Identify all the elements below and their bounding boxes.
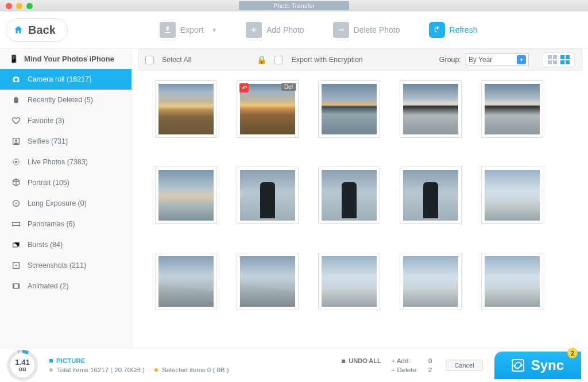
sidebar-item-screenshot[interactable]: Screenshots (211) — [0, 255, 131, 276]
svg-point-1 — [15, 140, 17, 142]
camera-icon — [11, 75, 21, 84]
filter-bar: Select All 🔒 Export with Encryption Grou… — [138, 49, 582, 71]
maximize-icon[interactable] — [26, 3, 33, 9]
photo-thumb[interactable] — [318, 80, 380, 138]
picture-label: PICTURE — [49, 357, 229, 364]
add-value: 0 — [428, 357, 432, 364]
export-icon — [160, 22, 176, 38]
back-button[interactable]: Back — [6, 18, 68, 42]
svg-rect-12 — [18, 284, 19, 288]
undo-icon[interactable]: ↶ — [239, 83, 249, 92]
picture-summary: PICTURE Total items 16217 ( 20.70GB ) Se… — [49, 357, 229, 373]
delete-label: − Delete: — [392, 366, 418, 373]
photo-thumb[interactable] — [400, 80, 462, 138]
close-icon[interactable] — [6, 3, 12, 9]
sync-button[interactable]: 2 Sync — [494, 352, 581, 379]
svg-point-9 — [16, 265, 17, 267]
sidebar-item-label: Favorite (3) — [28, 117, 64, 125]
group-label: Group: — [439, 56, 461, 64]
dot-icon — [154, 368, 158, 372]
exposure-icon — [11, 199, 21, 208]
sidebar-item-cube[interactable]: Portrait (105) — [0, 172, 131, 193]
photo-thumb[interactable] — [155, 253, 217, 310]
cancel-button[interactable]: Cancel — [446, 360, 482, 371]
titlebar: Photo Transfer — [0, 0, 588, 11]
animated-icon — [11, 281, 21, 291]
window-controls — [6, 3, 33, 9]
refresh-button[interactable]: Refresh — [429, 22, 478, 38]
export-button[interactable]: Export ▼ — [160, 22, 217, 38]
sync-icon — [512, 359, 524, 372]
sidebar-item-label: Long Exposure (0) — [28, 199, 87, 207]
photo-thumb[interactable] — [155, 80, 217, 138]
lock-icon: 🔒 — [257, 55, 266, 64]
photo-thumb[interactable] — [318, 167, 380, 224]
group-controls: Group: By Year ▾ — [439, 52, 575, 67]
minimize-icon[interactable] — [16, 3, 22, 9]
svg-point-2 — [15, 161, 17, 163]
picture-counts: Total items 16217 ( 20.70GB ) Selected i… — [49, 366, 229, 373]
sidebar-item-label: Screenshots (211) — [28, 261, 86, 269]
photo-thumb[interactable] — [481, 80, 543, 138]
photo-thumb[interactable]: ↶Del — [237, 80, 299, 138]
group-select[interactable]: By Year ▾ — [466, 53, 529, 66]
window-title: Photo Transfer — [239, 1, 349, 10]
export-encrypt-label: Export with Encryption — [291, 56, 362, 64]
sidebar-item-label: Panoramas (6) — [28, 220, 75, 228]
view-toggle — [543, 52, 575, 67]
burst-icon — [11, 240, 21, 249]
sidebar-item-person[interactable]: Selfies (731) — [0, 131, 131, 152]
select-all-checkbox[interactable] — [145, 56, 154, 64]
photo-thumb[interactable] — [318, 253, 380, 310]
photo-grid: ↶Del — [155, 80, 571, 310]
photo-thumb[interactable] — [481, 253, 543, 310]
group-value: By Year — [469, 56, 492, 64]
sidebar-item-live[interactable]: Live Photos (7383) — [0, 152, 131, 172]
sync-label: Sync — [531, 357, 564, 373]
sidebar-item-animated[interactable]: Animated (2) — [0, 276, 131, 296]
refresh-label: Refresh — [450, 25, 478, 34]
photo-thumb[interactable] — [155, 167, 217, 224]
sidebar-item-burst[interactable]: Bursts (84) — [0, 234, 131, 255]
undo-block: UNDO ALL + Add: 0 − Delete: 2 Cancel — [342, 357, 482, 373]
sidebar-item-heart[interactable]: Favorite (3) — [0, 110, 131, 131]
device-header[interactable]: 📱 Mind Your Photos iPhone — [0, 49, 131, 69]
phone-icon: 📱 — [9, 55, 18, 63]
add-label: + Add: — [392, 357, 418, 364]
undo-all-label[interactable]: UNDO ALL — [342, 357, 381, 364]
del-badge: Del — [281, 83, 296, 91]
photo-thumb[interactable] — [237, 167, 299, 224]
sidebar-item-label: Live Photos (7383) — [28, 158, 88, 166]
photo-thumb[interactable] — [237, 253, 299, 310]
photo-thumb[interactable] — [400, 167, 462, 224]
grid-small-icon[interactable] — [560, 55, 570, 64]
export-label: Export — [180, 25, 203, 34]
photo-thumb[interactable] — [400, 253, 462, 310]
heart-icon — [11, 116, 21, 125]
delete-photo-button[interactable]: Delete Photo — [333, 22, 400, 38]
trash-icon — [11, 95, 21, 105]
sidebar-item-label: Selfies (731) — [28, 137, 68, 145]
sidebar-item-trash[interactable]: Recently Deleted (5) — [0, 90, 131, 110]
sidebar-item-exposure[interactable]: Long Exposure (0) — [0, 193, 131, 214]
export-encrypt-checkbox[interactable] — [274, 56, 283, 64]
grid-large-icon[interactable] — [548, 55, 557, 64]
free-value: 1.41 — [15, 358, 29, 366]
sidebar-item-pano[interactable]: Panoramas (6) — [0, 214, 131, 234]
sync-badge: 2 — [567, 348, 578, 358]
chevron-down-icon: ▼ — [211, 27, 217, 33]
dot-icon — [49, 368, 53, 372]
toolbar-actions: Export ▼ Add Photo Delete Photo Refresh — [160, 22, 478, 38]
totals-text: Total items 16217 ( 20.70GB ) — [57, 366, 145, 373]
chevron-down-icon: ▾ — [517, 55, 526, 64]
add-photo-button[interactable]: Add Photo — [246, 22, 304, 38]
svg-rect-11 — [13, 284, 14, 288]
device-name: Mind Your Photos iPhone — [24, 55, 114, 63]
sidebar-item-camera[interactable]: Camera roll (16217) — [0, 69, 131, 90]
photo-grid-area[interactable]: ↶Del — [138, 75, 588, 348]
delete-photo-icon — [333, 22, 349, 38]
refresh-icon — [429, 22, 445, 38]
selected-text: Selected items 0 ( 0B ) — [162, 366, 229, 373]
photo-thumb[interactable] — [481, 167, 543, 224]
person-icon — [11, 137, 21, 146]
